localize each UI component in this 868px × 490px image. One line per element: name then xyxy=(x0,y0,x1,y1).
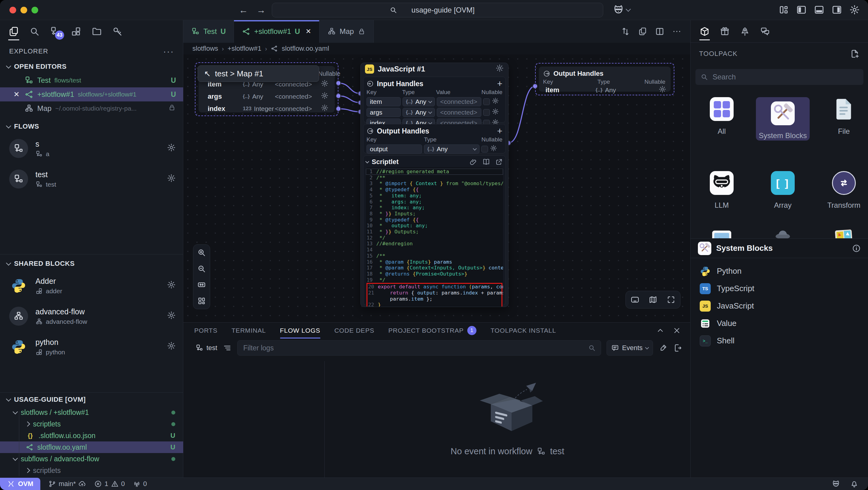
open-editor-item[interactable]: ✕+slotflow#1slotflows/+slotflow#1U xyxy=(0,87,183,101)
tab-map[interactable]: Map xyxy=(319,20,374,43)
open-editor-item[interactable]: Map~/.oomol-studio/registry-pa... xyxy=(0,101,183,116)
toolpack-tab-chat2[interactable] xyxy=(758,23,772,40)
gear-icon[interactable] xyxy=(849,4,860,15)
list-item[interactable]: testtest xyxy=(0,164,183,194)
toolpack-tab-pkg[interactable] xyxy=(697,23,712,40)
map-node-row[interactable]: index123Integer<connected> xyxy=(208,104,331,114)
activity-item-search[interactable] xyxy=(27,23,42,40)
code-line[interactable]: 6 * args: any; xyxy=(366,199,503,205)
code-line[interactable]: 7 * index: any; xyxy=(366,205,503,211)
code-line[interactable]: 21 return { output: params.index + param… xyxy=(367,290,501,296)
value-input[interactable]: <connected> xyxy=(437,108,481,117)
system-block-value[interactable]: Value xyxy=(690,315,868,332)
nullable-checkbox[interactable] xyxy=(483,109,490,116)
toolpack-tile-file[interactable]: File xyxy=(817,97,868,136)
code-line[interactable]: 19 */ xyxy=(366,277,503,283)
list-item[interactable]: pythonpython xyxy=(0,332,183,362)
toolpack-tile-system-blocks[interactable]: System Blocks xyxy=(756,97,810,141)
system-block-typescript[interactable]: TSTypeScript xyxy=(690,280,868,297)
list-item[interactable]: advanced-flowadvanced-flow xyxy=(0,301,183,332)
minimize-window-button[interactable] xyxy=(21,7,27,13)
panel-tab-code-deps[interactable]: CODE DEPS xyxy=(335,323,374,338)
export-logs-icon[interactable] xyxy=(673,343,682,353)
panel-left-icon[interactable] xyxy=(796,4,807,15)
code-line[interactable]: 20export default async function (params,… xyxy=(367,284,501,290)
tree-item[interactable]: slotflow.oo.yamlU xyxy=(0,441,183,453)
code-line[interactable]: 12 */ xyxy=(366,235,503,241)
branch-indicator[interactable]: main* xyxy=(48,480,86,488)
openext-icon[interactable] xyxy=(495,158,503,166)
code-line[interactable]: 8 * }} Inputs; xyxy=(366,211,503,217)
code-line[interactable]: 16 * @param {Inputs} params xyxy=(366,259,503,265)
gear-icon[interactable] xyxy=(658,85,666,95)
paperclip-icon[interactable] xyxy=(469,158,477,166)
system-block-python[interactable]: Python xyxy=(690,263,868,280)
code-line[interactable]: 22} xyxy=(367,302,501,307)
tree-item[interactable]: subflows / advanced-flow xyxy=(0,453,183,465)
code-line[interactable]: params.item }; xyxy=(367,296,501,302)
output-node[interactable]: Output Handles Key Type Nullable item{..… xyxy=(535,63,674,95)
collapse-panel-icon[interactable] xyxy=(656,326,664,335)
code-line[interactable]: 1//#region generated meta xyxy=(366,169,503,175)
activity-item-key[interactable] xyxy=(110,23,125,40)
close-window-button[interactable] xyxy=(9,7,16,13)
tree-item[interactable]: {}.slotflow.ui.oo.jsonU xyxy=(0,430,183,441)
fox-icon[interactable] xyxy=(831,479,840,488)
book-icon[interactable] xyxy=(482,158,490,166)
key-input[interactable]: item xyxy=(367,97,401,106)
javascript-node[interactable]: JS JavaScript #1 Input Handles + Key Typ… xyxy=(361,63,508,307)
maximize-window-button[interactable] xyxy=(31,7,38,13)
code-line[interactable]: 13//#endregion xyxy=(366,241,503,247)
events-dropdown[interactable]: Events xyxy=(607,340,653,356)
bell-icon[interactable] xyxy=(850,479,859,488)
shared-blocks-section[interactable]: SHARED BLOCKS xyxy=(0,257,183,270)
ports-indicator[interactable]: 0 xyxy=(133,480,147,488)
autolayout-icon[interactable] xyxy=(197,296,206,305)
fit-icon[interactable] xyxy=(197,280,206,289)
output-node-row[interactable]: item{..}Any xyxy=(543,86,666,95)
split-icon[interactable] xyxy=(655,27,664,36)
breadcrumb-item[interactable]: +slotflow#1 xyxy=(227,44,261,53)
value-input[interactable]: <connected> xyxy=(437,97,481,106)
toolpack-search[interactable] xyxy=(695,69,863,85)
javascript-node-header[interactable]: JS JavaScript #1 xyxy=(361,63,508,75)
mapicon-icon[interactable] xyxy=(648,295,657,304)
command-center-search[interactable] xyxy=(272,3,603,18)
open-editors-section[interactable]: OPEN EDITORS xyxy=(0,60,183,73)
panel-bottom-icon[interactable] xyxy=(814,4,825,15)
filter-list-icon[interactable] xyxy=(223,343,232,353)
workspace-section[interactable]: USAGE-GUIDE [OVM] xyxy=(0,393,183,407)
gear-icon[interactable] xyxy=(167,174,176,185)
flow-scope[interactable]: test xyxy=(195,344,217,352)
toolpack-tab-gift[interactable] xyxy=(717,23,732,40)
code-line[interactable]: 5 * item: any; xyxy=(366,193,503,199)
code-line[interactable]: 10 * output: any; xyxy=(366,223,503,229)
type-select[interactable]: {..}Any xyxy=(403,97,435,106)
close-icon[interactable]: ✕ xyxy=(305,28,311,35)
fullscreen-icon[interactable] xyxy=(666,295,676,304)
code-line[interactable]: 2/** xyxy=(366,175,503,181)
activity-item-files[interactable] xyxy=(6,23,21,40)
zoomout-icon[interactable] xyxy=(197,264,206,273)
toolpack-tile-all[interactable]: All xyxy=(695,97,749,136)
breadcrumb-item[interactable]: slotflow.oo.yaml xyxy=(282,44,329,53)
nullable-checkbox[interactable] xyxy=(483,98,490,105)
tree-item[interactable]: scriptlets xyxy=(0,465,183,476)
layout-icon[interactable] xyxy=(778,4,789,15)
gear-icon[interactable] xyxy=(492,108,499,117)
gear-icon[interactable] xyxy=(321,92,329,101)
console-icon[interactable] xyxy=(630,295,640,304)
system-block-javascript[interactable]: JSJavaScript xyxy=(690,297,868,315)
info-icon[interactable] xyxy=(852,244,861,253)
key-input[interactable]: args xyxy=(367,108,401,117)
panel-tab-flow-logs[interactable]: FLOW LOGS xyxy=(280,323,320,338)
tab-test[interactable]: TestU xyxy=(183,20,234,43)
toolpack-tile-transform[interactable]: Transform xyxy=(817,171,868,210)
panel-tab-project-bootstrap[interactable]: PROJECT BOOTSTRAP1 xyxy=(389,323,477,338)
code-editor[interactable]: 1//#region generated meta2/**3 * @import… xyxy=(366,167,503,307)
back-button[interactable]: ← xyxy=(238,4,249,16)
code-line[interactable]: 15/** xyxy=(366,253,503,259)
panel-tab-toolpack-install[interactable]: TOOLPACK INSTALL xyxy=(491,323,556,338)
diff-icon[interactable] xyxy=(621,27,630,36)
forward-button[interactable]: → xyxy=(255,4,267,16)
